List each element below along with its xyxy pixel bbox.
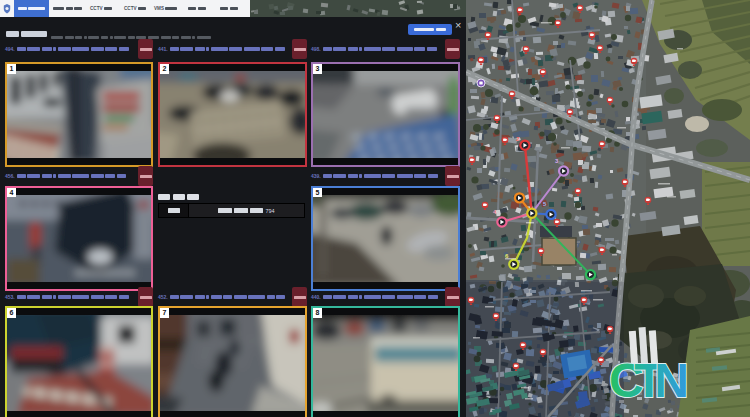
svg-text:CTN: CTN <box>609 354 689 407</box>
